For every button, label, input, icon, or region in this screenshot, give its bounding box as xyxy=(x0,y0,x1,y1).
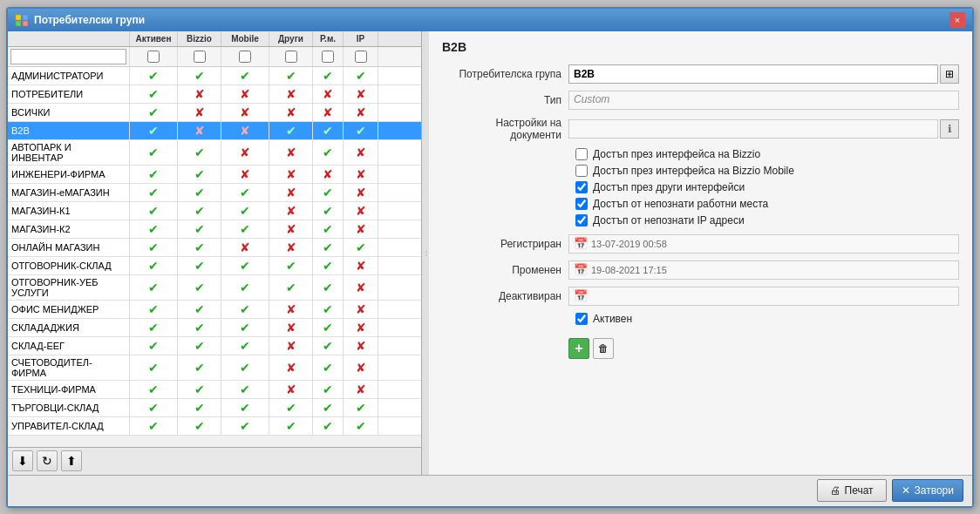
filter-name-cell[interactable] xyxy=(8,47,130,66)
filter-mobile-cell[interactable] xyxy=(221,47,269,66)
cross-icon: ✘ xyxy=(286,302,296,316)
check-icon: ✔ xyxy=(240,361,250,375)
filter-rm-cell[interactable] xyxy=(313,47,344,66)
col-header-ip: IP xyxy=(344,31,378,46)
row-cell-ip: ✘ xyxy=(344,381,378,398)
filter-bizzio-cell[interactable] xyxy=(178,47,221,66)
close-bottom-button[interactable]: ✕ Затвори xyxy=(892,479,963,502)
check-icon: ✔ xyxy=(194,339,205,353)
row-cell-ip: ✘ xyxy=(344,140,378,165)
delete-record-button[interactable]: 🗑 xyxy=(593,338,614,359)
table-row[interactable]: СЧЕТОВОДИТЕЛ-ФИРМА✔✔✔✘✔✘ xyxy=(8,355,421,381)
row-cell-ip: ✘ xyxy=(344,257,378,274)
other-label: Достъп през други интерфейси xyxy=(593,181,745,193)
check-icon: ✔ xyxy=(323,382,333,396)
check-icon: ✔ xyxy=(194,321,205,335)
svg-rect-0 xyxy=(16,15,21,20)
table-row[interactable]: АДМИНИСТРАТОРИ✔✔✔✔✔✔ xyxy=(8,67,421,85)
cross-icon: ✘ xyxy=(356,259,366,273)
row-name: ОФИС МЕНИДЖЕР xyxy=(8,301,130,318)
mobile-checkbox[interactable] xyxy=(575,165,588,177)
table-row[interactable]: СКЛАД-ЕЕГ✔✔✔✘✔✘ xyxy=(8,337,421,355)
group-name-input[interactable] xyxy=(568,64,938,84)
ip-checkbox[interactable] xyxy=(575,214,588,227)
check-icon: ✔ xyxy=(286,401,296,415)
filter-other-cell[interactable] xyxy=(269,47,313,66)
table-row[interactable]: АВТОПАРК И ИНВЕНТАР✔✔✘✘✔✘ xyxy=(8,140,421,166)
table-row[interactable]: ОТГОВОРНИК-УЕБ УСЛУГИ✔✔✔✔✔✘ xyxy=(8,275,421,301)
filter-ip-check[interactable] xyxy=(355,51,367,63)
table-row[interactable]: УПРАВИТЕЛ-СКЛАД✔✔✔✔✔✔ xyxy=(8,417,421,436)
refresh-button[interactable]: ↻ xyxy=(37,450,58,471)
table-row[interactable]: ОТГОВОРНИК-СКЛАД✔✔✔✔✔✘ xyxy=(8,257,421,275)
workplaces-checkbox[interactable] xyxy=(575,198,588,210)
check-icon: ✔ xyxy=(194,167,205,181)
filter-bizzio-check[interactable] xyxy=(194,51,206,63)
group-select-button[interactable]: ⊞ xyxy=(940,64,959,84)
cross-icon: ✘ xyxy=(286,361,296,375)
bizzio-checkbox[interactable] xyxy=(575,148,588,160)
check-icon: ✔ xyxy=(323,124,333,138)
row-cell-active: ✔ xyxy=(130,417,178,435)
row-cell-bizzio: ✔ xyxy=(178,184,221,201)
row-cell-други: ✘ xyxy=(269,355,313,380)
add-record-button[interactable]: + xyxy=(568,338,589,359)
check-icon: ✔ xyxy=(148,419,159,433)
checkbox-row-bizzio: Достъп през интерфейса на Bizzio xyxy=(575,148,959,160)
filter-mobile-check[interactable] xyxy=(239,51,251,63)
filter-ip-cell[interactable] xyxy=(344,47,378,66)
row-name: МАГАЗИН-К1 xyxy=(8,202,130,220)
row-cell-други: ✘ xyxy=(269,239,313,256)
check-icon: ✔ xyxy=(323,321,333,335)
row-cell-rm: ✔ xyxy=(313,417,344,435)
table-row[interactable]: ТЕХНИЦИ-ФИРМА✔✔✔✘✔✘ xyxy=(8,381,421,399)
cross-icon: ✘ xyxy=(286,240,296,254)
table-row[interactable]: ТЪРГОВЦИ-СКЛАД✔✔✔✔✔✔ xyxy=(8,399,421,417)
check-icon: ✔ xyxy=(148,240,159,254)
import-button[interactable]: ⬆ xyxy=(61,450,82,471)
row-cell-rm: ✔ xyxy=(313,122,344,139)
row-cell-bizzio: ✔ xyxy=(178,67,221,85)
row-cell-други: ✘ xyxy=(269,184,313,201)
table-row[interactable]: МАГАЗИН-К1✔✔✔✘✔✘ xyxy=(8,202,421,220)
table-row[interactable]: ОФИС МЕНИДЖЕР✔✔✔✘✔✘ xyxy=(8,301,421,319)
filter-active-cell[interactable] xyxy=(130,47,178,66)
check-icon: ✔ xyxy=(194,302,205,316)
table-row[interactable]: МАГАЗИН-К2✔✔✔✘✔✘ xyxy=(8,220,421,239)
table-row[interactable]: СКЛАДАДЖИЯ✔✔✔✘✔✘ xyxy=(8,319,421,337)
table-row[interactable]: ВСИЧКИ✔✘✘✘✘✘ xyxy=(8,104,421,122)
other-checkbox[interactable] xyxy=(575,181,588,193)
doc-settings-input[interactable] xyxy=(568,119,938,139)
row-cell-ip: ✘ xyxy=(344,355,378,380)
check-icon: ✔ xyxy=(194,145,205,159)
row-cell-rm: ✔ xyxy=(313,220,344,238)
form-row-changed: Променен 📅 19-08-2021 17:15 xyxy=(442,260,959,280)
filter-active-check[interactable] xyxy=(147,51,160,63)
table-row[interactable]: ОНЛАЙН МАГАЗИН✔✔✘✘✔✔ xyxy=(8,239,421,257)
row-cell-други: ✔ xyxy=(269,257,313,274)
changed-value: 19-08-2021 17:15 xyxy=(591,265,667,275)
row-cell-други: ✔ xyxy=(269,417,313,435)
cross-icon: ✘ xyxy=(356,204,366,218)
col-header-active: Активен xyxy=(130,31,178,46)
cross-icon: ✘ xyxy=(356,382,366,396)
check-icon: ✔ xyxy=(240,69,250,83)
table-row[interactable]: ИНЖЕНЕРИ-ФИРМА✔✔✘✘✘✘ xyxy=(8,166,421,184)
close-button[interactable]: × xyxy=(949,12,965,28)
filter-name-input[interactable] xyxy=(10,49,126,64)
check-icon: ✔ xyxy=(286,259,296,273)
table-row[interactable]: МАГАЗИН-еМАГАЗИН✔✔✔✘✔✘ xyxy=(8,184,421,202)
print-button[interactable]: 🖨 Печат xyxy=(817,479,887,502)
active-checkbox[interactable] xyxy=(575,313,588,325)
row-cell-mobile: ✔ xyxy=(221,381,269,398)
table-row[interactable]: ПОТРЕБИТЕЛИ✔✘✘✘✘✘ xyxy=(8,85,421,104)
cross-icon: ✘ xyxy=(286,382,296,396)
table-row[interactable]: B2B✔✘✘✔✔✔ xyxy=(8,122,421,140)
cross-icon: ✘ xyxy=(323,167,333,181)
row-name: УПРАВИТЕЛ-СКЛАД xyxy=(8,417,130,435)
registered-icon: 📅 xyxy=(574,237,588,250)
filter-rm-check[interactable] xyxy=(322,51,334,63)
export-button[interactable]: ⬇ xyxy=(12,450,33,471)
filter-other-check[interactable] xyxy=(285,51,297,63)
doc-info-button[interactable]: ℹ xyxy=(940,119,959,139)
